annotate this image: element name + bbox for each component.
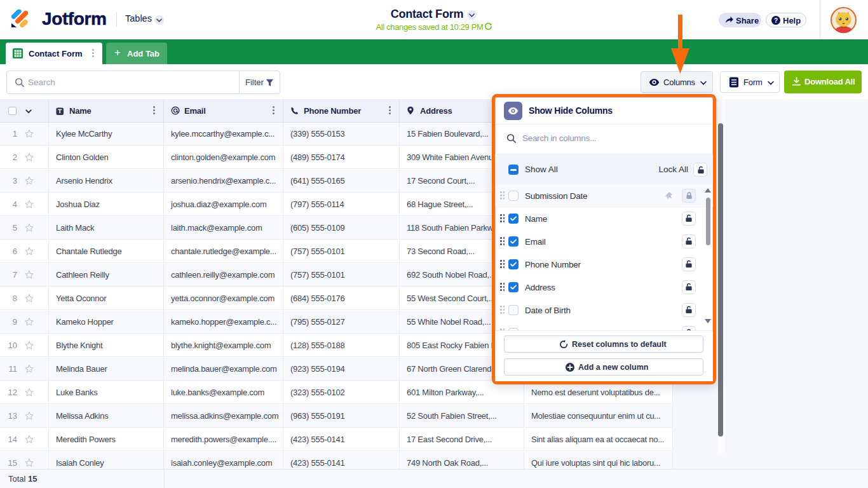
svg-text:?: ? (774, 17, 778, 24)
